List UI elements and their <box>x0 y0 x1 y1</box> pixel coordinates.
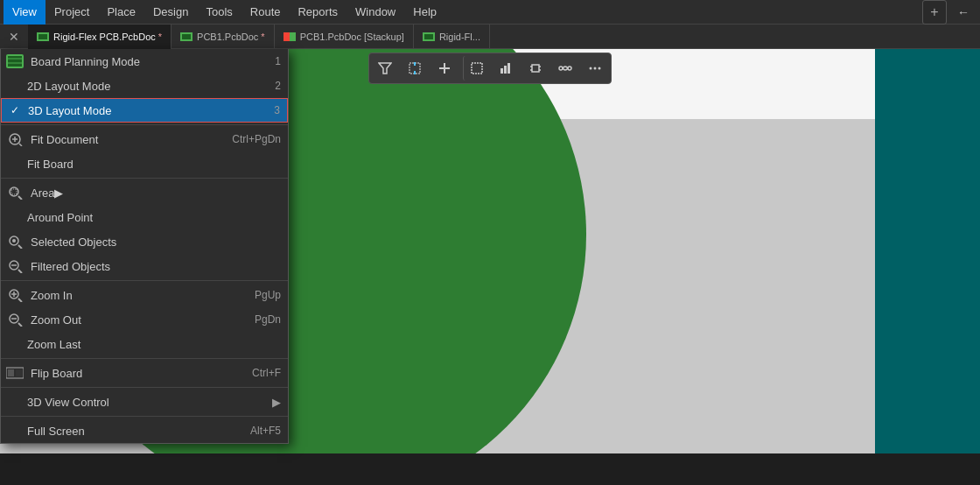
menu-separator-1 <box>1 124 288 125</box>
menu-label: Zoom Out <box>31 313 81 327</box>
fit-document-icon <box>4 129 25 150</box>
tab-label: PCB1.PcbDoc <box>197 32 258 42</box>
tab-label: PCB1.PcbDoc [Stackup] <box>300 32 404 42</box>
tab-label: Rigid-Flex PCB.PcbDoc <box>53 32 156 42</box>
close-tab-button[interactable]: ✕ <box>4 26 24 47</box>
zoom-out-icon <box>4 309 25 330</box>
menu-item-fit-document[interactable]: Fit Document Ctrl+PgDn <box>1 127 288 151</box>
area-zoom-icon <box>4 182 25 203</box>
shortcut-label: 1 <box>275 55 281 67</box>
menubar-reports[interactable]: Reports <box>289 0 346 25</box>
tab-pcb1-stackup[interactable]: PCB1.PcbDoc [Stackup] <box>275 25 414 49</box>
filtered-objects-icon <box>4 256 25 277</box>
menu-label: Fit Board <box>27 158 74 171</box>
svg-point-21 <box>12 239 16 242</box>
menubar-help[interactable]: Help <box>404 0 445 25</box>
submenu-arrow-icon: ▶ <box>272 396 281 409</box>
shortcut-label: Ctrl+F <box>252 367 281 379</box>
svg-point-54 <box>598 67 601 70</box>
menu-item-around-point[interactable]: Around Point <box>1 205 288 229</box>
menu-item-board-planning[interactable]: Board Planning Mode 1 <box>1 49 288 74</box>
checkmark-icon: ✓ <box>10 104 19 116</box>
tab-rigid-flex-pcb[interactable]: Rigid-Flex PCB.PcbDoc * <box>28 25 172 49</box>
menu-label: Area <box>31 186 54 200</box>
menu-item-filtered-objects[interactable]: Filtered Objects <box>1 254 288 278</box>
svg-point-53 <box>594 67 597 70</box>
menubar-window[interactable]: Window <box>346 0 404 25</box>
menu-label: Flip Board <box>31 367 82 380</box>
menubar-project[interactable]: Project <box>46 0 98 25</box>
svg-rect-5 <box>290 32 296 41</box>
selected-objects-icon <box>4 231 25 252</box>
shortcut-label: Alt+F5 <box>250 425 281 437</box>
shortcut-label: PgDn <box>255 313 281 326</box>
menu-separator-4 <box>1 358 288 359</box>
menu-item-3d-view-control[interactable]: 3D View Control ▶ <box>1 390 288 414</box>
shortcut-label: PgUp <box>255 289 281 301</box>
chart-tool-button[interactable] <box>493 56 519 81</box>
menu-item-zoom-in[interactable]: Zoom In PgUp <box>1 283 288 307</box>
menu-item-zoom-last[interactable]: Zoom Last <box>1 332 288 356</box>
select-tool-button[interactable] <box>402 56 428 81</box>
rect-select-tool-button[interactable] <box>463 56 489 81</box>
view-dropdown-menu: Board Planning Mode 1 2D Layout Mode 2 ✓… <box>0 49 289 444</box>
menu-label: Board Planning Mode <box>31 55 140 68</box>
menu-item-flip-board[interactable]: Flip Board Ctrl+F <box>1 361 288 385</box>
menubar-place[interactable]: Place <box>98 0 144 25</box>
tab-pcb1[interactable]: PCB1.PcbDoc * <box>172 25 275 49</box>
svg-line-30 <box>18 323 22 327</box>
canvas-teal-panel <box>875 49 980 453</box>
menubar-tools[interactable]: Tools <box>197 0 241 25</box>
menu-label: 2D Layout Mode <box>27 80 110 93</box>
main-layout: Board Planning Mode 1 2D Layout Mode 2 ✓… <box>0 49 980 453</box>
menu-item-full-screen[interactable]: Full Screen Alt+F5 <box>1 418 288 443</box>
menubar-view[interactable]: View <box>4 0 46 25</box>
menubar-route[interactable]: Route <box>242 0 290 25</box>
new-tab-button[interactable]: + <box>922 0 947 25</box>
menubar: View Project Place Design Tools Route Re… <box>0 0 980 25</box>
svg-point-50 <box>559 67 563 70</box>
menubar-design[interactable]: Design <box>144 0 197 25</box>
menu-label: Full Screen <box>27 425 85 438</box>
svg-line-23 <box>18 270 22 273</box>
canvas-toolbar <box>368 53 612 84</box>
board-planning-icon <box>4 51 25 72</box>
menu-item-3d-layout[interactable]: ✓ 3D Layout Mode 3 <box>1 98 288 123</box>
svg-rect-1 <box>38 34 47 39</box>
shortcut-label: 3 <box>274 104 280 116</box>
filter-tool-button[interactable] <box>372 56 398 81</box>
menu-item-zoom-out[interactable]: Zoom Out PgDn <box>1 307 288 332</box>
svg-rect-44 <box>508 63 510 74</box>
svg-point-51 <box>568 67 571 70</box>
svg-line-17 <box>18 196 22 200</box>
svg-rect-43 <box>504 66 507 74</box>
menu-separator-6 <box>1 416 288 417</box>
more-tool-button[interactable] <box>582 56 608 81</box>
svg-line-20 <box>18 245 22 249</box>
menu-label: Zoom Last <box>27 338 80 351</box>
connect-tool-button[interactable] <box>552 56 578 81</box>
svg-marker-35 <box>379 63 391 74</box>
menu-item-2d-layout[interactable]: 2D Layout Mode 2 <box>1 74 288 98</box>
navigate-back-button[interactable]: ← <box>950 0 976 25</box>
tab-rigid-fl[interactable]: Rigid-Fl... <box>414 25 490 49</box>
flip-board-icon <box>4 362 25 383</box>
svg-rect-9 <box>8 56 22 67</box>
menu-label: Zoom In <box>31 289 73 302</box>
menu-item-area[interactable]: Area ▶ <box>1 180 288 205</box>
menu-item-fit-board[interactable]: Fit Board <box>1 151 288 176</box>
svg-rect-7 <box>424 34 433 39</box>
svg-rect-41 <box>472 63 482 74</box>
svg-line-26 <box>18 299 22 302</box>
menu-item-selected-objects[interactable]: Selected Objects <box>1 229 288 254</box>
submenu-arrow-icon: ▶ <box>54 186 63 200</box>
add-tool-button[interactable] <box>431 56 458 81</box>
menu-label: Selected Objects <box>31 235 116 249</box>
menu-separator-5 <box>1 387 288 388</box>
tab-label: Rigid-Fl... <box>439 32 480 42</box>
shortcut-label: Ctrl+PgDn <box>232 133 281 145</box>
shortcut-label: 2 <box>275 80 281 92</box>
chip-tool-button[interactable] <box>522 56 549 81</box>
svg-point-52 <box>590 67 592 70</box>
tabs-bar: ✕ Rigid-Flex PCB.PcbDoc * PCB1.PcbDoc * … <box>0 25 980 49</box>
